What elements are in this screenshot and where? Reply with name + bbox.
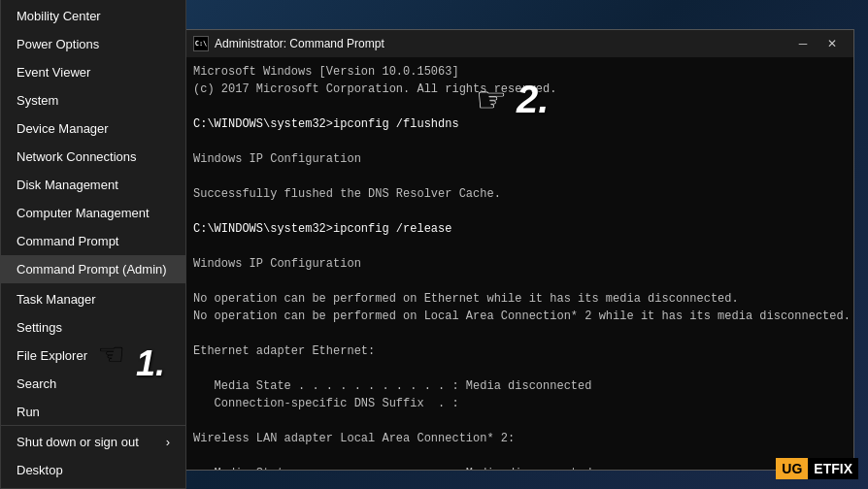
- cmd-line-7: Successfully flushed the DNS Resolver Ca…: [193, 185, 846, 203]
- context-menu-item-7[interactable]: Disk Management: [1, 171, 185, 199]
- step2-label: 2.: [517, 78, 549, 121]
- cmd-window-title: Administrator: Command Prompt: [215, 37, 384, 50]
- cmd-line-4: [193, 133, 846, 150]
- cmd-line-9: C:\WINDOWS\system32>ipconfig /release: [193, 220, 846, 238]
- cmd-line-6: [193, 168, 846, 185]
- cmd-window-controls: ─ ✕: [789, 34, 846, 53]
- cmd-minimize-button[interactable]: ─: [789, 34, 817, 53]
- watermark: UG ETFIX: [776, 458, 858, 479]
- context-menu-item-12[interactable]: Settings: [1, 313, 185, 342]
- context-menu-item-3[interactable]: Event Viewer: [1, 58, 185, 86]
- cmd-line-13: No operation can be performed on Etherne…: [193, 290, 846, 308]
- cmd-line-5: Windows IP Configuration: [193, 150, 846, 168]
- cmd-line-11: Windows IP Configuration: [193, 255, 846, 273]
- context-menu-item-6[interactable]: Network Connections: [1, 143, 185, 171]
- cmd-icon-text: C:\: [195, 40, 208, 48]
- cmd-close-button[interactable]: ✕: [818, 34, 846, 53]
- cmd-line-20: [193, 412, 846, 430]
- cmd-line-16: Ethernet adapter Ethernet:: [193, 342, 846, 360]
- cmd-titlebar-left: C:\ Administrator: Command Prompt: [193, 36, 384, 51]
- cmd-titlebar: C:\ Administrator: Command Prompt ─ ✕: [185, 30, 853, 57]
- watermark-part1: UG: [776, 458, 808, 479]
- context-menu: Apps and FeaturesMobility CenterPower Op…: [0, 0, 186, 489]
- cmd-line-8: [193, 203, 846, 220]
- cmd-line-14: No operation can be performed on Local A…: [193, 308, 846, 325]
- context-menu-item-11[interactable]: Task Manager: [1, 285, 185, 313]
- cmd-line-21: Wireless LAN adapter Local Area Connecti…: [193, 430, 846, 447]
- step2-container: ☞ 2.: [476, 78, 549, 121]
- context-menu-item-4[interactable]: System: [1, 86, 185, 114]
- context-menu-item-17[interactable]: Desktop: [1, 456, 185, 484]
- step1-cursor: ☞: [97, 336, 125, 373]
- cmd-line-15: [193, 325, 846, 342]
- desktop: Apps and FeaturesMobility CenterPower Op…: [0, 0, 868, 489]
- cmd-line-17: [193, 360, 846, 377]
- cmd-line-12: [193, 273, 846, 290]
- context-menu-item-2[interactable]: Power Options: [1, 30, 185, 58]
- context-menu-item-8[interactable]: Computer Management: [1, 199, 185, 227]
- context-menu-item-9[interactable]: Command Prompt: [1, 227, 185, 255]
- cmd-line-22: [193, 447, 846, 465]
- cmd-window-icon: C:\: [193, 36, 209, 51]
- context-menu-item-15[interactable]: Run: [1, 398, 185, 426]
- context-menu-item-1[interactable]: Mobility Center: [1, 2, 185, 30]
- watermark-part2: ETFIX: [808, 458, 858, 479]
- context-menu-item-10[interactable]: Command Prompt (Admin): [1, 255, 185, 283]
- step2-cursor: ☞: [476, 80, 507, 120]
- cmd-line-23: Media State . . . . . . . . . . . : Medi…: [193, 465, 846, 470]
- cmd-line-10: [193, 238, 846, 255]
- cmd-line-18: Media State . . . . . . . . . . . : Medi…: [193, 377, 846, 395]
- step1-label: 1.: [136, 343, 165, 384]
- cmd-line-19: Connection-specific DNS Suffix . :: [193, 395, 846, 412]
- context-menu-item-16[interactable]: Shut down or sign out›: [1, 428, 185, 456]
- context-menu-item-5[interactable]: Device Manager: [1, 114, 185, 143]
